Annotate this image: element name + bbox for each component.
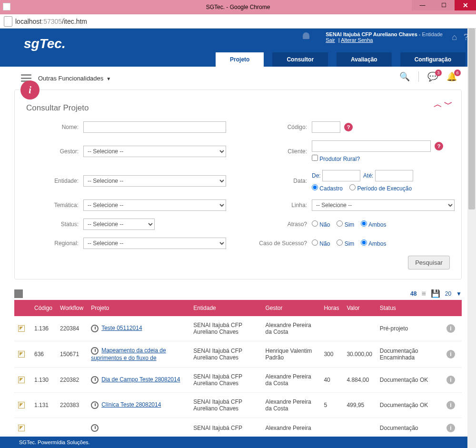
row-info-icon[interactable]: i — [446, 401, 455, 409]
nav-tab-configuração[interactable]: Configuração — [400, 52, 466, 67]
address-bar[interactable]: localhost:57305/itec.htm — [0, 14, 476, 29]
window-maximize-button[interactable]: ☐ — [433, 0, 455, 10]
cell-workflow: 220384 — [56, 316, 87, 341]
col-workflow[interactable]: Workflow — [56, 300, 87, 316]
data-cadastro-radio[interactable] — [312, 184, 318, 190]
edit-icon[interactable] — [18, 377, 25, 383]
cell-gestor: Alexandre Pereira da Costa — [262, 368, 320, 393]
app-header: sgTec. SENAI Itajubá CFP Aureliano Chave… — [0, 29, 476, 67]
col-status[interactable]: Status — [376, 300, 443, 316]
col-valor[interactable]: Valor — [343, 300, 376, 316]
codigo-input[interactable] — [312, 121, 340, 133]
regional-select[interactable]: -- Selecione -- — [83, 238, 226, 249]
other-functions-menu[interactable]: Outras Funcionalidades▼ — [38, 75, 111, 82]
row-info-icon[interactable]: i — [446, 424, 455, 432]
search-icon[interactable]: 🔍 — [399, 71, 410, 82]
file-icon — [4, 16, 12, 27]
results-count: 48 — [410, 290, 416, 297]
cell-valor: 499,95 — [343, 393, 376, 418]
list-icon[interactable]: ≡ — [421, 289, 426, 298]
status-label: Status: — [26, 221, 79, 228]
home-icon[interactable]: ⌂ — [452, 32, 457, 42]
project-link[interactable]: Dia de Campo Teste 28082014 — [101, 376, 180, 383]
cell-entidade: SENAI Itajubá CFP Aureliano Chaves — [189, 368, 261, 393]
col-projeto[interactable]: Projeto — [87, 300, 189, 316]
user-block: SENAI Itajubá CFP Aureliano Chaves - Ent… — [326, 31, 443, 43]
edit-icon[interactable] — [18, 425, 25, 431]
window-minimize-button[interactable]: — — [412, 0, 433, 10]
atraso-nao-radio[interactable] — [312, 220, 318, 227]
nome-input[interactable] — [83, 121, 226, 133]
project-link[interactable]: Mapeamento da cdeia de suprimentos e do … — [91, 347, 166, 361]
table-row[interactable]: 1.130220382Dia de Campo Teste 28082014SE… — [14, 368, 462, 393]
cell-gestor: Alexandre Pereira — [262, 418, 320, 438]
cell-entidade: SENAI Itajubá CFP Aureliano Chaves — [189, 316, 261, 341]
gestor-select[interactable]: -- Selecione -- — [83, 146, 226, 157]
cell-gestor: Alexandre Pereira da Costa — [262, 316, 320, 341]
cell-valor — [343, 316, 376, 341]
save-icon[interactable]: 💾 — [431, 289, 440, 298]
table-row[interactable]: 636150671Mapeamento da cdeia de suprimen… — [14, 341, 462, 368]
cell-entidade: SENAI Itajubá CFP Aureliano Chaves — [189, 393, 261, 418]
collapse-down-icon[interactable]: ﹀ — [444, 99, 453, 110]
main-nav: ProjetoConsultorAvaliaçãoConfiguração — [216, 52, 466, 67]
atraso-sim-radio[interactable] — [337, 220, 343, 227]
caso-ambos-radio[interactable] — [361, 239, 367, 246]
cell-gestor: Henrique Valentim Padrão — [262, 341, 320, 368]
entidade-select[interactable]: -- Selecione -- — [83, 175, 226, 187]
codigo-help-icon[interactable]: ? — [344, 123, 353, 131]
project-link[interactable]: Clínica Teste 28082014 — [101, 401, 161, 408]
produtor-checkbox[interactable] — [312, 155, 318, 161]
row-info-icon[interactable]: i — [446, 350, 455, 358]
search-button[interactable]: Pesquisar — [408, 256, 450, 269]
messages-icon[interactable]: 💬3 — [427, 71, 438, 82]
edit-icon[interactable] — [18, 325, 25, 332]
caso-sim-radio[interactable] — [337, 239, 343, 246]
edit-icon[interactable] — [18, 402, 25, 408]
cell-valor: 4.884,00 — [343, 368, 376, 393]
cell-workflow: 220382 — [56, 368, 87, 393]
tematica-select[interactable]: -- Selecione -- — [83, 199, 226, 211]
linha-select[interactable]: -- Selecione -- — [312, 199, 455, 211]
nome-label: Nome: — [26, 124, 79, 130]
col-entidade[interactable]: Entidade — [189, 300, 261, 316]
window-close-button[interactable]: ✕ — [455, 0, 476, 10]
nav-tab-avaliação[interactable]: Avaliação — [337, 52, 392, 67]
cliente-help-icon[interactable]: ? — [435, 142, 443, 150]
col-horas[interactable]: Horas — [320, 300, 343, 316]
cell-horas: 40 — [320, 368, 343, 393]
cell-horas: 300 — [320, 341, 343, 368]
nav-tab-consultor[interactable]: Consultor — [272, 52, 328, 67]
row-info-icon[interactable]: i — [446, 324, 455, 333]
clock-icon — [91, 376, 99, 384]
table-row[interactable]: SENAI Itajubá CFPAlexandre PereiraDocume… — [14, 418, 462, 438]
results-table: CódigoWorkflowProjetoEntidadeGestorHoras… — [14, 300, 462, 438]
messages-badge: 3 — [435, 70, 442, 76]
scrollbar-thumb[interactable] — [468, 29, 475, 209]
change-password-link[interactable]: Alterar Senha — [341, 37, 373, 43]
status-select[interactable]: -- Selecione -- — [83, 219, 155, 230]
columns-icon[interactable] — [14, 289, 23, 298]
data-periodo-radio[interactable] — [349, 184, 356, 190]
col-gestor[interactable]: Gestor — [262, 300, 320, 316]
cliente-input[interactable] — [312, 140, 431, 152]
atraso-ambos-radio[interactable] — [361, 220, 367, 227]
logout-link[interactable]: Sair — [326, 37, 335, 43]
collapse-up-icon[interactable]: ︿ — [434, 99, 442, 110]
nav-tab-projeto[interactable]: Projeto — [216, 52, 264, 67]
cell-workflow — [56, 418, 87, 438]
page-size-caret[interactable]: ▼ — [456, 290, 462, 297]
table-row[interactable]: 1.131220383Clínica Teste 28082014SENAI I… — [14, 393, 462, 418]
data-de-input[interactable] — [322, 170, 360, 181]
table-row[interactable]: 1.136220384Teste 05112014SENAI Itajubá C… — [14, 316, 462, 341]
vertical-scrollbar[interactable] — [467, 29, 476, 448]
project-link[interactable]: Teste 05112014 — [101, 325, 142, 331]
edit-icon[interactable] — [18, 351, 25, 358]
codigo-label: Código: — [255, 124, 307, 130]
caso-nao-radio[interactable] — [312, 239, 318, 246]
row-info-icon[interactable]: i — [446, 376, 455, 384]
notifications-icon[interactable]: 🔔6 — [446, 71, 457, 82]
divider — [418, 71, 419, 82]
data-ate-input[interactable] — [375, 170, 413, 181]
col-código[interactable]: Código — [30, 300, 56, 316]
